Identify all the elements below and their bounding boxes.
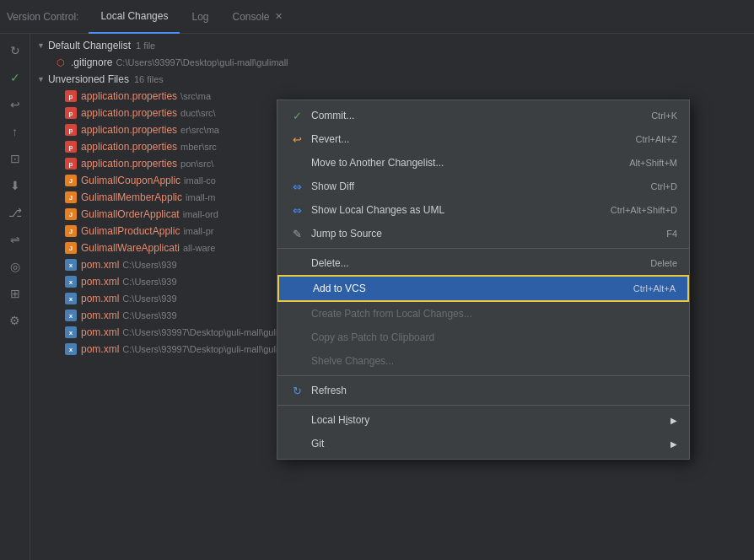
- eye-icon[interactable]: ◎: [3, 255, 27, 278]
- revert-shortcut: Ctrl+Alt+Z: [635, 134, 677, 144]
- menu-item-move-changelist[interactable]: Move to Another Changelist... Alt+Shift+…: [277, 151, 689, 175]
- revert-label: Revert...: [311, 133, 618, 145]
- create-patch-label: Create Patch from Local Changes...: [311, 308, 677, 320]
- jump-source-label: Jump to Source: [311, 228, 649, 240]
- filename-label: GulimallWareApplicati: [81, 242, 180, 254]
- show-diff-icon: ⇔: [289, 179, 304, 194]
- tab-bar: Version Control: Local Changes Log Conso…: [0, 0, 754, 34]
- filename-label: pom.xml: [81, 293, 119, 304]
- version-control-label: Version Control:: [7, 11, 78, 23]
- filename-label: GulimallMemberApplic: [81, 191, 182, 203]
- unversioned-files-header[interactable]: ▼ Unversioned Files 16 files: [30, 71, 754, 88]
- menu-item-refresh[interactable]: ↻ Refresh: [277, 379, 689, 402]
- default-changelist-badge: 1 file: [136, 40, 155, 51]
- xml-file-icon: x: [64, 342, 78, 356]
- undo-icon[interactable]: ↩: [3, 93, 27, 116]
- xml-file-icon: x: [64, 258, 78, 272]
- filename-label: application.properties: [81, 107, 177, 119]
- filepath-label: C:\Users\939: [122, 260, 176, 270]
- filename-label: application.properties: [81, 90, 177, 102]
- triangle-icon: ▼: [37, 41, 45, 50]
- tab-log[interactable]: Log: [180, 0, 220, 34]
- delete-shortcut: Delete: [650, 258, 677, 268]
- list-item[interactable]: ⬡ .gitignore C:\Users\93997\Desktop\guli…: [30, 54, 754, 71]
- menu-item-commit[interactable]: ✓ Commit... Ctrl+K: [277, 104, 689, 127]
- menu-item-show-uml[interactable]: ⇔ Show Local Changes as UML Ctrl+Alt+Shi…: [277, 198, 689, 222]
- add-vcs-label: Add to VCS: [313, 283, 617, 294]
- filepath-label: duct\src\: [180, 108, 216, 118]
- stack-icon[interactable]: ⊞: [3, 282, 27, 305]
- filepath-label: er\src\ma: [180, 125, 219, 135]
- tab-local-changes[interactable]: Local Changes: [89, 0, 180, 34]
- delete-icon: [289, 256, 304, 271]
- show-uml-label: Show Local Changes as UML: [311, 204, 594, 216]
- create-patch-icon: [289, 306, 304, 321]
- menu-item-revert[interactable]: ↩ Revert... Ctrl+Alt+Z: [277, 127, 689, 151]
- props-file-icon: p: [64, 140, 78, 153]
- commit-label: Commit...: [311, 110, 634, 121]
- add-vcs-shortcut: Ctrl+Alt+A: [633, 283, 676, 293]
- default-changelist-label: Default Changelist: [48, 40, 131, 51]
- filename-label: pom.xml: [81, 259, 119, 271]
- menu-item-delete[interactable]: Delete... Delete: [277, 251, 689, 275]
- unversioned-label: Unversioned Files: [48, 73, 129, 85]
- commit-icon[interactable]: ✓: [3, 66, 27, 89]
- move-changelist-label: Move to Another Changelist...: [311, 157, 612, 169]
- submenu-arrow-icon: ▶: [671, 416, 677, 425]
- filepath-label: imall-pr: [183, 226, 213, 236]
- tab-console[interactable]: Console ✕: [220, 0, 294, 34]
- filename-label: GulimallCouponApplic: [81, 175, 180, 186]
- filepath-label: imall-co: [184, 175, 216, 186]
- refresh-menu-icon: ↻: [289, 383, 304, 398]
- menu-item-show-diff[interactable]: ⇔ Show Diff Ctrl+D: [277, 175, 689, 198]
- java-file-icon: J: [64, 191, 78, 204]
- filepath-label: pon\src\: [180, 159, 213, 169]
- filepath-label: C:\Users\93997\Desktop\guli-mall\gulimal…: [116, 57, 288, 67]
- branch-icon[interactable]: ⎇: [3, 201, 27, 224]
- menu-item-git[interactable]: Git ▶: [277, 432, 689, 455]
- menu-item-add-vcs[interactable]: Add to VCS Ctrl+Alt+A: [277, 275, 689, 302]
- xml-file-icon: x: [64, 309, 78, 322]
- filename-label: .gitignore: [71, 57, 112, 68]
- default-changelist-header[interactable]: ▼ Default Changelist 1 file: [30, 37, 754, 54]
- filename-label: pom.xml: [81, 343, 119, 355]
- shelve-label: Shelve Changes...: [311, 355, 677, 367]
- left-toolbar: ↻ ✓ ↩ ↑ ⊡ ⬇ ⎇ ⇌ ◎ ⊞ ⚙: [0, 34, 30, 560]
- menu-item-shelve: Shelve Changes...: [277, 349, 689, 373]
- git-menu-icon: [289, 436, 304, 451]
- settings-icon[interactable]: ⚙: [3, 309, 27, 332]
- git-file-icon: ⬡: [54, 56, 67, 69]
- menu-item-jump-source[interactable]: ✎ Jump to Source F4: [277, 222, 689, 245]
- triangle-icon: ▼: [37, 75, 45, 83]
- git-label: Git: [311, 438, 664, 450]
- filename-label: GulimallProductApplic: [81, 225, 180, 237]
- props-file-icon: p: [64, 157, 78, 170]
- separator-2: [277, 375, 689, 376]
- menu-item-copy-patch: Copy as Patch to Clipboard: [277, 326, 689, 349]
- merge-icon[interactable]: ⇌: [3, 228, 27, 251]
- filename-label: pom.xml: [81, 310, 119, 321]
- filepath-label: imall-ord: [183, 209, 218, 219]
- download-icon[interactable]: ⬇: [3, 174, 27, 197]
- filepath-label: C:\Users\939: [122, 277, 176, 287]
- show-uml-icon: ⇔: [289, 202, 304, 218]
- menu-item-local-history[interactable]: Local History ▶: [277, 408, 689, 432]
- inbox-icon[interactable]: ⊡: [3, 147, 27, 170]
- xml-file-icon: x: [64, 326, 78, 339]
- jump-source-icon: ✎: [289, 226, 304, 241]
- filename-label: application.properties: [81, 158, 177, 170]
- copy-patch-icon: [289, 330, 304, 345]
- push-icon[interactable]: ↑: [3, 120, 27, 143]
- commit-menu-icon: ✓: [289, 108, 304, 123]
- filepath-label: C:\Users\939: [122, 293, 176, 304]
- jump-source-shortcut: F4: [666, 229, 677, 239]
- menu-item-create-patch: Create Patch from Local Changes...: [277, 302, 689, 326]
- copy-patch-label: Copy as Patch to Clipboard: [311, 331, 677, 343]
- filepath-label: C:\Users\939: [122, 310, 176, 320]
- revert-menu-icon: ↩: [289, 132, 304, 147]
- refresh-icon[interactable]: ↻: [3, 39, 27, 62]
- add-vcs-icon: [291, 281, 306, 296]
- refresh-label: Refresh: [311, 385, 677, 396]
- close-console-icon[interactable]: ✕: [275, 11, 283, 22]
- xml-file-icon: x: [64, 275, 78, 288]
